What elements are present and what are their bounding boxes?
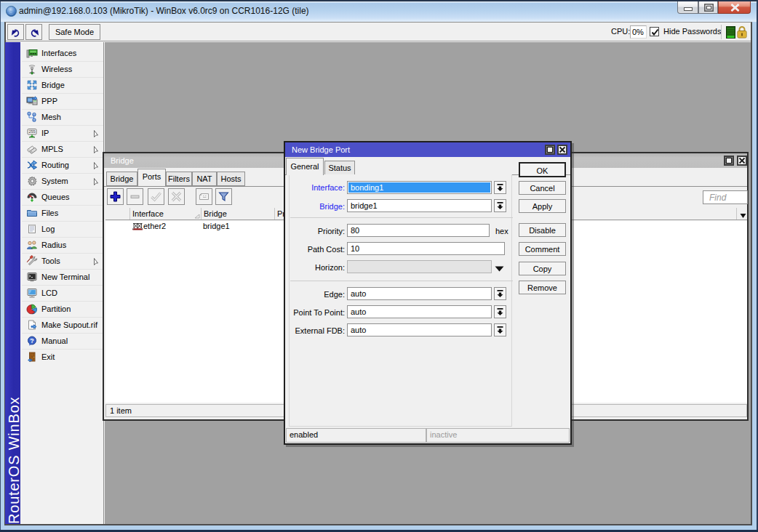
svg-text:255: 255 [29, 129, 36, 134]
svg-text:RouterOS WinBox: RouterOS WinBox [6, 397, 21, 524]
svg-text:?: ? [30, 337, 33, 344]
